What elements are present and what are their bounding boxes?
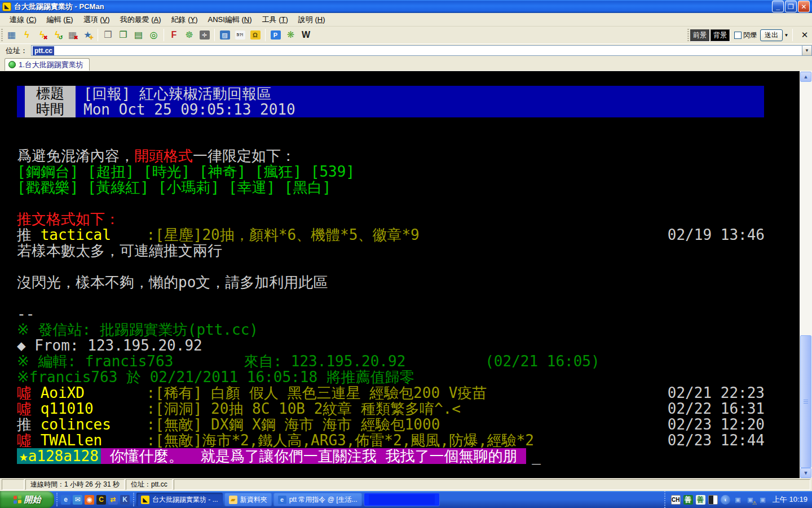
terminal-line: ※ 編輯: francis763 來自: 123.195.20.92 (02/2… (17, 353, 800, 369)
reconnect-button[interactable]: ϟ↺ (50, 28, 64, 42)
terminal-line (17, 259, 800, 274)
paste-button[interactable]: ❐ (116, 28, 130, 42)
address-status: 位址：ptt.cc (126, 479, 173, 490)
restore-button[interactable]: ❐ (785, 1, 797, 12)
terminal-text-segment: 沒閃光，樣本不夠，懶的po文，請多加利用此區 (17, 274, 328, 290)
terminal-text-segment: ※ 編輯: francis763 來自: 123.195.20.92 (02/2… (17, 353, 600, 369)
menu-item-C[interactable]: 連線 (C) (5, 13, 42, 27)
menu-item-H[interactable]: 說明 (H) (293, 13, 330, 27)
find-button[interactable]: ◎ (147, 28, 161, 42)
pcman-app-icon: ◣ (2, 2, 11, 11)
transfer-quicklaunch-icon[interactable]: ⇄ (108, 495, 118, 505)
network-warning-icon[interactable]: ▣⚠ (745, 495, 755, 505)
terminal-content: 標題 時間 [回報] 紅心辣椒活動回報區Mon Oct 25 09:05:13 … (0, 71, 800, 478)
screen-size-icon: ✛ (200, 30, 210, 40)
add-bookmark-button[interactable]: ★✚ (81, 28, 95, 42)
ie-quicklaunch-icon[interactable]: e (61, 495, 70, 505)
new-window-button[interactable]: ▨ (218, 28, 232, 42)
connection-time-status: 連線時間：1 小時 26 分 31 秒 (25, 479, 125, 490)
connect-button[interactable]: ϟ (20, 28, 34, 42)
terminal-line: 推文格式如下： (17, 211, 800, 227)
status-cell-empty (2, 479, 24, 490)
unlock-button[interactable]: Ω (248, 28, 262, 42)
text-cursor: _ (532, 448, 541, 464)
push-input-highlight-line: ★a128a128 你懂什麼。 就是爲了讓你們一直關注我 我找了一個無聊的朋 _ (17, 448, 800, 464)
tab-session-1[interactable]: 1.台大批踢踢實業坊 (5, 58, 90, 71)
terminal-text-segment: ◆ From: 123.195.20.92 (17, 338, 202, 353)
close-session-button[interactable]: ▦✖ (65, 28, 80, 42)
taskbar-button-folder[interactable]: ▰新資料夾 (224, 493, 272, 506)
network-icon-2[interactable]: ▣ (758, 495, 767, 505)
wikipedia-button[interactable]: W (299, 28, 313, 42)
copy-button[interactable]: ❐ (101, 28, 115, 42)
bbs-terminal: 標題 時間 [回報] 紅心辣椒活動回報區Mon Oct 25 09:05:13 … (0, 71, 812, 478)
taskbar-button-folder-icon: ▰ (229, 496, 237, 504)
toolbar-close-icon[interactable]: ✕ (797, 30, 812, 40)
terminal-line: 推 tactical :[星塵]20抽，顏料*6、機體*5、徽章*902/19 … (17, 227, 800, 243)
menu-item-V[interactable]: 選項 (V) (78, 13, 115, 27)
media-player-quicklaunch-icon[interactable]: ◉ (85, 495, 94, 505)
terminal-text-segment: 爲避免混淆內容， (17, 148, 134, 164)
ime-keyboard-icon[interactable]: 善 (696, 495, 705, 505)
terminal-line: [鋼鋼台] [超扭] [時光] [神奇] [瘋狂] [539] (17, 164, 800, 179)
terminal-text-segment: 推文格式如下： (17, 211, 120, 227)
paste-ansi-button[interactable]: ▤ (131, 28, 145, 42)
minimize-button[interactable]: _ (772, 1, 784, 12)
terminal-text-segment: 推 (17, 417, 41, 432)
disconnect-button[interactable]: ϟ✖ (35, 28, 49, 42)
close-button[interactable]: ✕ (798, 1, 810, 12)
menu-item-E[interactable]: 編輯 (E) (42, 13, 78, 27)
mail-quicklaunch-icon[interactable]: ✉ (73, 495, 82, 505)
address-label: 位址： (6, 46, 28, 56)
start-button[interactable]: 開始 (0, 491, 54, 508)
ime-chinese-icon[interactable]: 善 (683, 495, 693, 505)
keyboard-layout-icon[interactable] (708, 495, 718, 505)
scroll-down-arrow[interactable]: ▼ (800, 468, 811, 478)
toolbar-grip[interactable] (1, 29, 3, 41)
taskbar-button-label: ptt 常用指令 @ [生活... (289, 495, 358, 505)
scroll-up-arrow[interactable]: ▲ (800, 72, 811, 82)
send-dropdown-arrow[interactable]: ▼ (783, 29, 790, 41)
pcman-search-button[interactable]: P (268, 28, 283, 42)
foreground-color-button[interactable]: 前景 (690, 29, 709, 41)
taskbar-button-ie[interactable]: eptt 常用指令 @ [生活... (273, 493, 362, 506)
menu-item-N[interactable]: ANSI編輯 (N) (203, 13, 257, 27)
menu-item-Y[interactable]: 紀錄 (Y) (166, 13, 203, 27)
scrollbar-thumb[interactable] (800, 335, 811, 468)
terminal-text-segment: AoiXD (41, 385, 85, 401)
send-button[interactable]: 送出 (760, 29, 783, 41)
flower-search-button[interactable]: ❋ (284, 28, 298, 42)
add-bookmark-icon-overlay: ✚ (89, 35, 94, 41)
blink-checkbox[interactable] (734, 32, 742, 39)
toolbar-grip-right[interactable] (687, 29, 689, 41)
taskbar-button-flashing[interactable] (364, 493, 440, 506)
terminal-text-segment: 噓 (17, 432, 41, 448)
app-k-quicklaunch-icon[interactable]: K (120, 495, 130, 505)
network-icon[interactable]: ▣ (733, 495, 743, 505)
taskbar-button-pcman[interactable]: ◣台大批踢踢實業坊 - ... (136, 493, 223, 506)
terminal-line: 噓 AoiXD :[稀有] 白顏 假人 黑色三連星 經驗包200 V疫苗02/2… (17, 385, 800, 401)
site-manager-button[interactable]: ▦ (5, 28, 19, 42)
copy-icon: ❐ (104, 30, 112, 40)
pcman-quicklaunch-icon[interactable]: C (96, 495, 106, 505)
language-indicator[interactable]: CH (671, 495, 681, 505)
terminal-line: 沒閃光，樣本不夠，懶的po文，請多加利用此區 (17, 274, 800, 290)
paste-ansi-icon: ▤ (134, 30, 143, 40)
menu-item-A[interactable]: 我的最愛 (A) (115, 13, 166, 27)
settings-gear-button[interactable]: ☸ (182, 28, 196, 42)
menu-item-T[interactable]: 工具 (T) (257, 13, 293, 27)
background-color-button[interactable]: 背景 (710, 29, 730, 41)
address-dropdown-arrow[interactable]: ▼ (802, 45, 812, 56)
article-title-and-time: [回報] 紅心辣椒活動回報區Mon Oct 25 09:05:13 2010 (83, 86, 295, 117)
taskbar-button-label: 新資料夾 (240, 495, 267, 505)
ansi-chars-icon: 5?! (235, 30, 245, 40)
terminal-line: ※francis763 於 02/21/2011 16:05:18 將推薦值歸零 (17, 369, 800, 385)
toolbar: ▦ϟϟ✖ϟ↺▦✖★✚❐❐▤◎F☸✛▨5?!ΩP❋W 前景 背景 閃爍 送出 ▼ … (0, 27, 812, 44)
terminal-text-segment: [鋼鋼台] [超扭] [時光] [神奇] [瘋狂] [539] (17, 164, 355, 179)
screen-size-button[interactable]: ✛ (197, 28, 211, 42)
font-button[interactable]: F (167, 28, 181, 42)
address-input[interactable]: ptt.cc (31, 45, 802, 56)
vertical-scrollbar[interactable]: ▲ ▼ (800, 71, 812, 479)
hide-icons-chevron[interactable]: ‹ (721, 495, 730, 505)
ansi-chars-button[interactable]: 5?! (233, 28, 247, 42)
